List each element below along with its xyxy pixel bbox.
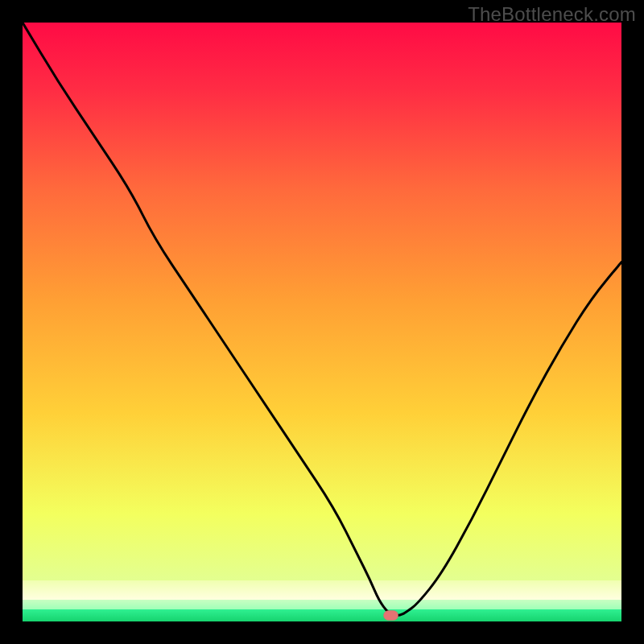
bg-band-green	[23, 609, 621, 621]
bg-gradient-main	[23, 23, 621, 580]
bottleneck-curve-plot	[23, 23, 621, 621]
plot-area	[23, 23, 621, 621]
bg-band-lightgreen	[23, 600, 621, 609]
watermark-label: TheBottleneck.com	[468, 3, 636, 26]
optimum-marker	[384, 611, 398, 621]
bg-band-paleyellow	[23, 580, 621, 600]
chart-container: TheBottleneck.com	[0, 0, 644, 644]
